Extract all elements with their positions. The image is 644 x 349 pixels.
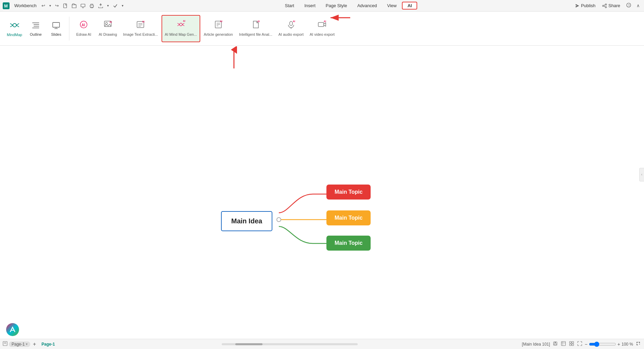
- svg-rect-3: [81, 4, 85, 7]
- slides-view-button[interactable]: Slides: [46, 18, 66, 38]
- zoom-level: 100 %: [622, 342, 633, 347]
- svg-rect-58: [555, 342, 556, 343]
- svg-rect-60: [561, 342, 565, 346]
- check-button[interactable]: [112, 3, 119, 9]
- menu-ai[interactable]: AI: [402, 2, 417, 10]
- pages-icon-button[interactable]: [3, 341, 7, 347]
- svg-text:?: ?: [628, 4, 630, 7]
- svg-line-15: [10, 23, 13, 25]
- zoom-in-button[interactable]: +: [617, 342, 620, 347]
- page-tab-active-label: Page-1: [41, 342, 55, 347]
- ai-drawing-button[interactable]: AI AI Drawing: [96, 15, 120, 42]
- page-tab-active[interactable]: Page-1: [39, 342, 57, 347]
- svg-text:AI: AI: [257, 20, 260, 22]
- topic-node-3[interactable]: Main Topic: [326, 236, 371, 251]
- add-page-button[interactable]: +: [32, 341, 37, 347]
- zoom-out-button[interactable]: −: [585, 342, 588, 347]
- ai-drawing-label: AI Drawing: [99, 32, 117, 37]
- undo-dropdown-button[interactable]: ▾: [48, 3, 52, 8]
- ai-audio-icon: AI: [287, 20, 295, 31]
- ai-video-label: AI video export: [310, 32, 335, 37]
- collapse-arrow-icon: ‹: [641, 173, 642, 176]
- horizontal-scrollbar-thumb[interactable]: [235, 343, 262, 345]
- topic-1-label: Main Topic: [335, 189, 362, 195]
- save-status-button[interactable]: [552, 341, 558, 347]
- ai-video-icon: AI: [318, 20, 326, 31]
- menu-page-style[interactable]: Page Style: [321, 2, 352, 10]
- export-button[interactable]: [97, 3, 104, 9]
- menu-bar-left: M Workbench ↩ ▾ ↪ ▾ ▾: [3, 2, 125, 9]
- ai-video-button[interactable]: AI AI video export: [307, 15, 337, 42]
- zoom-controls: − + 100 %: [585, 342, 633, 347]
- menu-view[interactable]: View: [382, 2, 401, 10]
- canvas: Main Idea Main Topic Main Topic Main Top…: [0, 46, 644, 339]
- svg-rect-63: [570, 344, 571, 346]
- horizontal-scrollbar-track[interactable]: [222, 343, 358, 345]
- fit-page-button[interactable]: [560, 341, 566, 347]
- ai-mindmap-icon: AI: [176, 20, 185, 31]
- menu-bar-center: Start Insert Page Style Advanced View AI: [125, 2, 573, 10]
- svg-rect-4: [90, 5, 94, 7]
- mindmap-label: MindMap: [7, 33, 22, 37]
- collapse-button[interactable]: ∧: [635, 2, 641, 9]
- svg-point-12: [13, 23, 16, 27]
- svg-point-53: [277, 218, 281, 222]
- present-button[interactable]: [79, 3, 87, 9]
- ai-audio-label: AI audio export: [278, 32, 304, 37]
- article-gen-button[interactable]: AI Article generation: [201, 15, 236, 42]
- edraw-ai-button[interactable]: AI Edraw AI: [72, 15, 95, 42]
- undo-button[interactable]: ↩: [40, 2, 47, 9]
- status-center: [57, 343, 522, 345]
- svg-line-14: [16, 25, 19, 27]
- svg-rect-2: [64, 4, 67, 8]
- svg-point-6: [605, 6, 607, 8]
- redo-button[interactable]: ↪: [54, 2, 60, 9]
- svg-point-7: [603, 5, 604, 6]
- svg-text:AI: AI: [109, 21, 112, 23]
- svg-point-27: [105, 22, 107, 25]
- open-file-button[interactable]: [70, 3, 78, 9]
- help-button[interactable]: ?: [625, 2, 632, 9]
- page-tab-1-label: Page-1: [12, 342, 25, 347]
- ai-mindmap-button[interactable]: AI AI Mind Map Gen...: [162, 15, 201, 42]
- outline-view-button[interactable]: Outline: [26, 18, 46, 38]
- status-bar: Page-1 ▾ + Page-1 [Main Idea 101] − +: [0, 339, 644, 349]
- zoom-slider[interactable]: [589, 342, 616, 347]
- export-dropdown-button[interactable]: ▾: [106, 3, 110, 8]
- share-label: Share: [608, 3, 620, 8]
- page-tab-1[interactable]: Page-1 ▾: [9, 342, 30, 347]
- ai-audio-button[interactable]: AI AI audio export: [276, 15, 306, 42]
- svg-line-35: [182, 23, 184, 25]
- main-idea-label: Main Idea: [231, 217, 262, 225]
- page-info: [Main Idea 101]: [522, 342, 550, 347]
- topic-node-1[interactable]: Main Topic: [326, 185, 371, 200]
- svg-line-37: [177, 23, 180, 25]
- menu-advanced[interactable]: Advanced: [353, 2, 382, 10]
- right-panel-toggle[interactable]: ‹: [639, 168, 644, 181]
- fullscreen-button[interactable]: [577, 341, 583, 347]
- fit-all-button[interactable]: [569, 341, 575, 347]
- menu-start[interactable]: Start: [280, 2, 299, 10]
- new-file-button[interactable]: [62, 3, 69, 9]
- image-text-button[interactable]: AI Image Text Extracti...: [120, 15, 161, 42]
- logo-icon: [9, 326, 16, 333]
- fit-screen-button[interactable]: [635, 341, 641, 347]
- svg-text:AI: AI: [142, 20, 145, 23]
- svg-text:AI: AI: [293, 20, 295, 22]
- print-button[interactable]: [88, 3, 96, 9]
- page-dropdown-icon: ▾: [26, 342, 28, 346]
- status-right: [Main Idea 101] − + 100 %: [522, 341, 641, 347]
- mindmap-icon: [10, 20, 20, 33]
- main-idea-node[interactable]: Main Idea: [221, 211, 272, 231]
- svg-line-8: [604, 5, 605, 5]
- intelligent-file-button[interactable]: AI Intelligent file Anal...: [236, 15, 275, 42]
- topic-node-2[interactable]: Main Topic: [326, 210, 371, 225]
- share-button[interactable]: Share: [600, 2, 622, 9]
- svg-point-5: [605, 4, 607, 5]
- menu-insert[interactable]: Insert: [300, 2, 320, 10]
- more-button[interactable]: ▾: [120, 3, 125, 8]
- topic-3-label: Main Topic: [335, 240, 362, 246]
- mindmap-view-button[interactable]: MindMap: [3, 18, 26, 39]
- svg-rect-59: [554, 344, 556, 345]
- publish-button[interactable]: Publish: [573, 2, 598, 9]
